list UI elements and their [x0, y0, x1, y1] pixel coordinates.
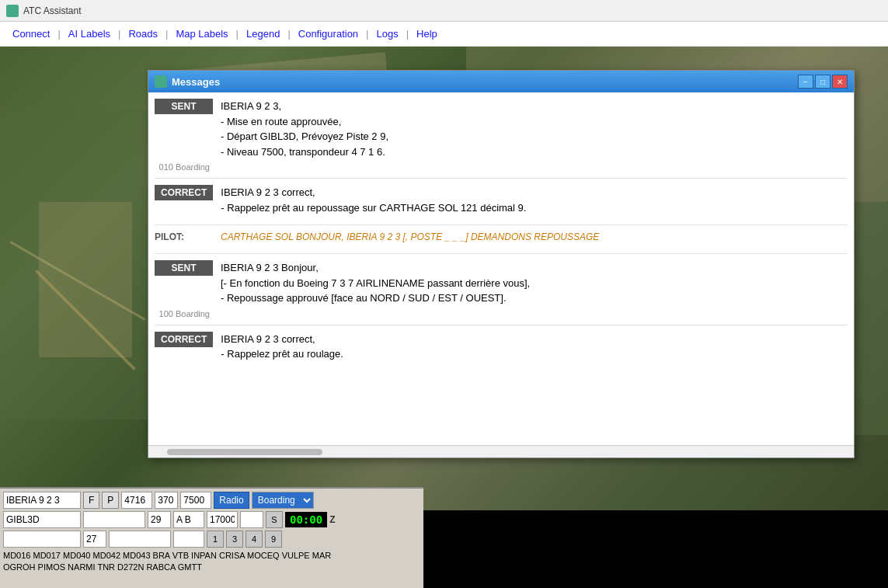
- message-text-2: IBERIA 9 2 3 correct, - Rappelez prêt au…: [221, 185, 526, 215]
- runway-input[interactable]: [148, 511, 171, 528]
- num2-button[interactable]: 3: [226, 531, 243, 548]
- messages-titlebar: Messages − □ ✕: [148, 71, 854, 92]
- message-row-2: CORRECT IBERIA 9 2 3 correct, - Rappelez…: [155, 185, 848, 215]
- message-row-4: SENT IBERIA 9 2 3 Bonjour, [- En fonctio…: [155, 260, 848, 306]
- menu-sep-2: |: [118, 28, 120, 40]
- menu-sep-5: |: [287, 28, 290, 40]
- row3-runway2[interactable]: [83, 531, 106, 548]
- message-block-5: CORRECT IBERIA 9 2 3 correct, - Rappelez…: [155, 332, 848, 371]
- alt2-input[interactable]: [180, 492, 211, 509]
- msg-line-1-2: - Mise en route approuvée,: [221, 114, 388, 130]
- f-button[interactable]: F: [83, 492, 99, 509]
- bottom-row-1: F P Radio Boarding Pushback Taxi: [3, 492, 420, 509]
- msg-line-4-3: - Repoussage approuvé [face au NORD / SU…: [221, 291, 530, 306]
- correct-badge-2: CORRECT: [155, 332, 213, 347]
- message-label-4: 100 Boarding: [155, 309, 213, 318]
- msg-line-2-2: - Rappelez prêt au repoussage sur CARTHA…: [221, 200, 526, 216]
- sent-badge-1: SENT: [155, 99, 213, 114]
- message-block-4: SENT IBERIA 9 2 3 Bonjour, [- En fonctio…: [155, 260, 848, 325]
- pilot-text: CARTHAGE SOL BONJOUR, IBERIA 9 2 3 [, PO…: [221, 231, 599, 242]
- z-label: Z: [329, 514, 335, 525]
- squawk-input[interactable]: [121, 492, 152, 509]
- message-block-2: CORRECT IBERIA 9 2 3 correct, - Rappelez…: [155, 185, 848, 225]
- bottom-panel: F P Radio Boarding Pushback Taxi S 00:00…: [0, 487, 423, 588]
- field5-input[interactable]: [240, 511, 263, 528]
- menu-connect[interactable]: Connect: [6, 25, 56, 43]
- waypoints-line2: OGROH PIMOS NARMI TNR D272N RABCA GMTT: [3, 562, 420, 573]
- minimize-button[interactable]: −: [798, 75, 813, 89]
- mode-dropdown[interactable]: Boarding Pushback Taxi: [252, 492, 314, 509]
- title-bar: ATC Assistant: [0, 0, 888, 22]
- msg-line-1-3: - Départ GIBL3D, Prévoyez Piste 2 9,: [221, 129, 388, 144]
- menu-sep-6: |: [366, 28, 368, 40]
- menu-legend[interactable]: Legend: [240, 25, 286, 43]
- dialog-icon: [155, 75, 167, 88]
- msg-line-1-1: IBERIA 9 2 3,: [221, 99, 388, 114]
- messages-dialog: Messages − □ ✕ SENT IBERIA 9 2 3, - Mise…: [148, 70, 855, 458]
- messages-content[interactable]: SENT IBERIA 9 2 3, - Mise en route appro…: [148, 92, 854, 445]
- row3-field1[interactable]: [3, 531, 81, 548]
- num1-button[interactable]: 1: [207, 531, 224, 548]
- scrollbar-thumb: [167, 449, 322, 455]
- waypoints-line1: MD016 MD017 MD040 MD042 MD043 BRA VTB IN…: [3, 550, 420, 562]
- menu-sep-3: |: [165, 28, 168, 40]
- row3-field2[interactable]: [109, 531, 171, 548]
- field2-input[interactable]: [83, 511, 145, 528]
- msg-line-1-4: - Niveau 7500, transpondeur 4 7 1 6.: [221, 144, 388, 160]
- message-block-3: PILOT: CARTHAGE SOL BONJOUR, IBERIA 9 2 …: [155, 231, 848, 254]
- p-button[interactable]: P: [102, 492, 119, 509]
- message-row-1: SENT IBERIA 9 2 3, - Mise en route appro…: [155, 99, 848, 159]
- menu-sep-4: |: [236, 28, 239, 40]
- pilot-label: PILOT:: [155, 231, 213, 242]
- waypoint-input[interactable]: [3, 511, 81, 528]
- callsign-input[interactable]: [3, 492, 81, 509]
- close-button[interactable]: ✕: [832, 75, 848, 89]
- app-icon: [6, 5, 19, 17]
- menu-roads[interactable]: Roads: [122, 25, 164, 43]
- num4-button[interactable]: 9: [265, 531, 282, 548]
- field3-input[interactable]: [173, 511, 204, 528]
- menu-configuration[interactable]: Configuration: [292, 25, 364, 43]
- timer-display: 00:00: [285, 512, 327, 527]
- menu-sep-7: |: [406, 28, 409, 40]
- msg-line-4-1: IBERIA 9 2 3 Bonjour,: [221, 260, 530, 276]
- message-label-1: 010 Boarding: [155, 162, 213, 172]
- msg-line-5-2: - Rappelez prêt au roulage.: [221, 346, 343, 362]
- bottom-row-3: 1 3 4 9: [3, 531, 420, 548]
- dialog-title: Messages: [172, 76, 220, 88]
- menu-ai-labels[interactable]: AI Labels: [62, 25, 117, 43]
- s-button[interactable]: S: [266, 511, 283, 528]
- alt1-input[interactable]: [155, 492, 178, 509]
- menu-bar: Connect | AI Labels | Roads | Map Labels…: [0, 22, 888, 47]
- menu-help[interactable]: Help: [410, 25, 444, 43]
- pilot-row: PILOT: CARTHAGE SOL BONJOUR, IBERIA 9 2 …: [155, 231, 848, 242]
- menu-map-labels[interactable]: Map Labels: [169, 25, 234, 43]
- message-block-1: SENT IBERIA 9 2 3, - Mise en route appro…: [155, 99, 848, 179]
- field4-input[interactable]: [207, 511, 238, 528]
- message-text-5: IBERIA 9 2 3 correct, - Rappelez prêt au…: [221, 332, 343, 362]
- msg-line-2-1: IBERIA 9 2 3 correct,: [221, 185, 526, 200]
- num3-button[interactable]: 4: [246, 531, 263, 548]
- app-title: ATC Assistant: [23, 5, 81, 16]
- message-text-4: IBERIA 9 2 3 Bonjour, [- En fonction du …: [221, 260, 530, 306]
- radio-button[interactable]: Radio: [214, 492, 249, 509]
- maximize-button[interactable]: □: [815, 75, 831, 89]
- menu-logs[interactable]: Logs: [370, 25, 404, 43]
- waypoints-display: MD016 MD017 MD040 MD042 MD043 BRA VTB IN…: [3, 550, 420, 574]
- message-row-5: CORRECT IBERIA 9 2 3 correct, - Rappelez…: [155, 332, 848, 362]
- msg-line-4-2: [- En fonction du Boeing 7 3 7 AIRLINENA…: [221, 276, 530, 291]
- bottom-row-2: S 00:00 Z: [3, 511, 420, 528]
- sent-badge-2: SENT: [155, 260, 213, 276]
- row3-field3[interactable]: [173, 531, 204, 548]
- msg-line-5-1: IBERIA 9 2 3 correct,: [221, 332, 343, 347]
- horizontal-scrollbar[interactable]: [148, 445, 854, 458]
- message-text-1: IBERIA 9 2 3, - Mise en route approuvée,…: [221, 99, 388, 159]
- menu-sep-1: |: [57, 28, 60, 40]
- correct-badge-1: CORRECT: [155, 185, 213, 200]
